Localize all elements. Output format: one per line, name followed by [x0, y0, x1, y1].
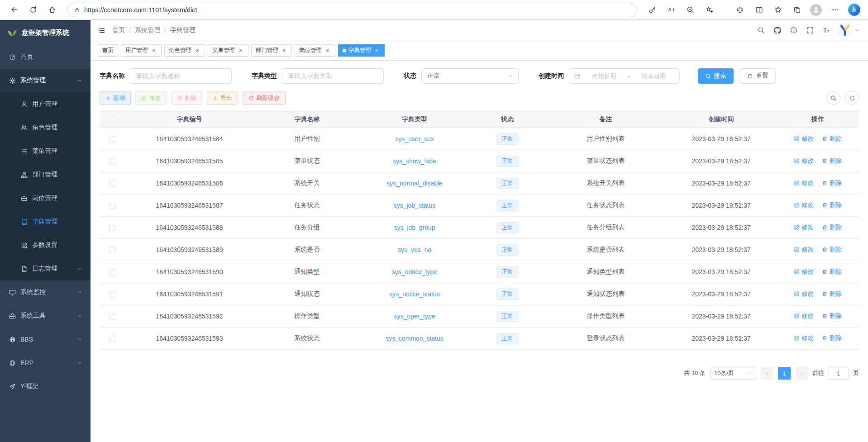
row-delete-button[interactable]: 删除	[822, 135, 842, 143]
row-delete-button[interactable]: 删除	[822, 268, 842, 276]
row-edit-button[interactable]: 修改	[794, 268, 814, 276]
row-edit-button[interactable]: 修改	[794, 135, 814, 143]
sidebar-item-yi-framework[interactable]: Yi框架	[0, 375, 91, 398]
row-edit-button[interactable]: 修改	[794, 334, 814, 342]
dict-type-link[interactable]: sys_notice_type	[392, 268, 437, 276]
breadcrumb-item-home[interactable]: 首页	[112, 26, 125, 34]
dict-type-link[interactable]: sys_oper_type	[394, 313, 435, 320]
sidebar-toggle-button[interactable]	[91, 20, 112, 41]
row-checkbox[interactable]	[109, 247, 115, 253]
sidebar-item-system-management[interactable]: 系统管理	[0, 69, 91, 92]
back-button[interactable]	[5, 2, 24, 18]
row-delete-button[interactable]: 删除	[822, 223, 842, 232]
breadcrumb-item-system[interactable]: 系统管理	[135, 26, 160, 34]
row-delete-button[interactable]: 删除	[822, 334, 842, 342]
question-button[interactable]: ?	[786, 20, 802, 41]
dict-type-link[interactable]: sys_job_status	[394, 202, 436, 209]
dict-type-link[interactable]: sys_show_hide	[393, 157, 436, 165]
row-edit-button[interactable]: 修改	[794, 246, 814, 254]
row-checkbox[interactable]	[109, 336, 115, 342]
row-edit-button[interactable]: 修改	[794, 201, 814, 209]
refresh-table-button[interactable]	[845, 91, 859, 105]
export-button[interactable]: 导出	[207, 91, 238, 105]
page-size-select[interactable]: 10条/页	[710, 367, 756, 380]
refresh-cache-button[interactable]: 刷新缓存	[243, 91, 286, 105]
edit-button[interactable]: 修改	[135, 91, 167, 105]
prev-page-button[interactable]	[761, 367, 773, 380]
favorite-add-button[interactable]	[700, 2, 719, 18]
github-button[interactable]	[769, 20, 786, 41]
tab-dict-management[interactable]: 字典管理×	[338, 44, 385, 57]
dict-type-link[interactable]: sys_notice_status	[389, 290, 439, 298]
row-checkbox[interactable]	[109, 158, 115, 165]
close-icon[interactable]: ×	[324, 47, 331, 54]
row-checkbox[interactable]	[109, 314, 115, 320]
reset-button[interactable]: 重置	[740, 68, 776, 84]
row-edit-button[interactable]: 修改	[794, 157, 814, 165]
copilot-button[interactable]: b	[844, 2, 863, 18]
add-button[interactable]: 新增	[100, 91, 131, 105]
row-checkbox[interactable]	[109, 136, 115, 143]
dict-type-link[interactable]: sys_job_group	[394, 224, 435, 231]
sidebar-item-home[interactable]: 首页	[0, 45, 91, 69]
sidebar-item-dept-management[interactable]: 部门管理	[0, 163, 91, 186]
row-delete-button[interactable]: 删除	[822, 290, 842, 298]
tab-menu-management[interactable]: 菜单管理×	[208, 44, 248, 57]
app-logo[interactable]: 意框架管理系统	[0, 20, 91, 45]
delete-button[interactable]: 删除	[171, 91, 202, 105]
next-page-button[interactable]	[795, 367, 808, 380]
sidebar-item-role-management[interactable]: 角色管理	[0, 116, 91, 139]
tab-post-management[interactable]: 岗位管理×	[295, 44, 335, 57]
row-delete-button[interactable]: 删除	[822, 179, 842, 187]
tab-home[interactable]: 首页	[98, 44, 118, 57]
read-aloud-button[interactable]: A	[662, 2, 681, 18]
close-icon[interactable]: ×	[194, 47, 200, 54]
fullscreen-button[interactable]	[802, 20, 818, 41]
row-checkbox[interactable]	[109, 225, 115, 231]
dict-type-link[interactable]: sys_yes_no	[398, 246, 431, 253]
search-toggle-button[interactable]	[826, 91, 840, 105]
collections-button[interactable]	[787, 2, 806, 18]
dict-type-link[interactable]: sys_common_status	[386, 335, 444, 342]
address-bar[interactable]: https://ccnetcore.com:1101/system/dict	[67, 3, 637, 17]
profile-button[interactable]	[806, 2, 825, 18]
sidebar-item-user-management[interactable]: 用户管理	[0, 92, 91, 116]
sidebar-item-bbs[interactable]: BBS	[0, 328, 91, 351]
tab-role-management[interactable]: 角色管理×	[164, 44, 205, 57]
sidebar-item-erp[interactable]: ERP	[0, 351, 91, 375]
search-button[interactable]	[753, 20, 769, 41]
refresh-button[interactable]	[24, 2, 43, 18]
tab-dept-management[interactable]: 部门管理×	[251, 44, 292, 57]
row-checkbox[interactable]	[109, 203, 115, 209]
font-size-button[interactable]: TT	[818, 20, 835, 41]
sidebar-item-menu-management[interactable]: 菜单管理	[0, 139, 91, 163]
row-delete-button[interactable]: 删除	[822, 312, 842, 320]
current-page-button[interactable]: 1	[778, 367, 791, 380]
row-checkbox[interactable]	[109, 269, 115, 276]
sidebar-item-post-management[interactable]: 岗位管理	[0, 186, 91, 210]
date-range-picker[interactable]: 开始日期 - 结束日期	[569, 68, 680, 84]
select-all-checkbox[interactable]	[109, 117, 115, 123]
extensions-button[interactable]	[730, 2, 749, 18]
dict-type-input[interactable]	[282, 68, 384, 84]
sidebar-item-param-settings[interactable]: 参数设置	[0, 233, 91, 257]
search-button[interactable]: 搜索	[698, 68, 734, 84]
dict-type-link[interactable]: sys_normal_disable	[386, 180, 443, 187]
sidebar-item-log-management[interactable]: 日志管理	[0, 257, 91, 280]
key-button[interactable]	[643, 2, 662, 18]
row-edit-button[interactable]: 修改	[794, 223, 814, 232]
favorites-button[interactable]	[768, 2, 787, 18]
sidebar-item-system-monitor[interactable]: 系统监控	[0, 280, 91, 304]
goto-page-input[interactable]	[829, 367, 849, 380]
sidebar-item-dict-management[interactable]: 字典管理	[0, 210, 91, 233]
row-delete-button[interactable]: 删除	[822, 201, 842, 209]
home-button[interactable]	[43, 2, 62, 18]
close-icon[interactable]: ×	[150, 47, 157, 54]
row-edit-button[interactable]: 修改	[794, 179, 814, 187]
dict-type-link[interactable]: sys_user_sex	[395, 135, 434, 143]
zoom-out-button[interactable]	[681, 2, 700, 18]
row-checkbox[interactable]	[109, 181, 115, 187]
close-icon[interactable]: ×	[237, 47, 244, 54]
row-delete-button[interactable]: 删除	[822, 246, 842, 254]
close-icon[interactable]: ×	[281, 47, 287, 54]
